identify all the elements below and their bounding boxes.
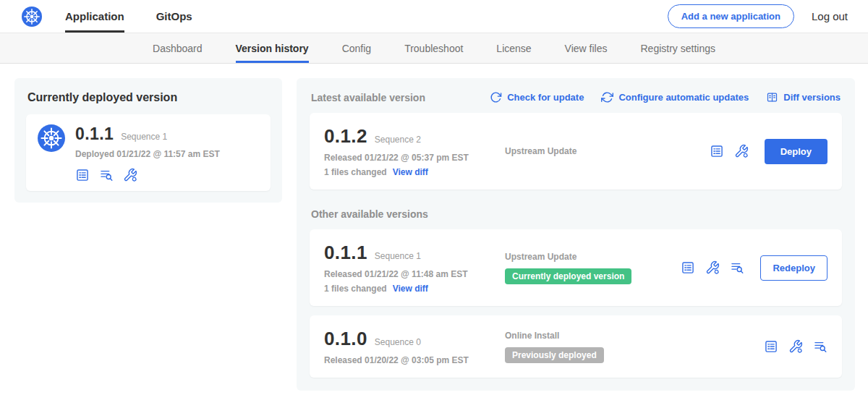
sequence-label: Sequence 0 [375,337,421,347]
source-label: Online Install [505,331,764,341]
deployed-version-number: 0.1.1 [75,124,114,144]
subnav-tab-registry-settings[interactable]: Registry settings [641,33,715,63]
version-actions: Deploy [710,139,827,164]
edit-config-icon[interactable] [705,260,720,275]
version-line: 0.1.1 Sequence 1 [324,242,505,264]
version-number: 0.1.0 [324,328,367,350]
files-changed-line: 1 files changed View diff [324,284,505,294]
version-info: 0.1.0 Sequence 0 Released 01/20/22 @ 03:… [324,328,505,365]
subnav-tab-troubleshoot[interactable]: Troubleshoot [404,33,463,63]
deployed-version-info: 0.1.1 Sequence 1 Deployed 01/21/22 @ 11:… [75,124,220,159]
deploy-button[interactable]: Deploy [765,139,827,164]
edit-config-icon[interactable] [734,144,749,158]
kubernetes-helm-icon [23,8,41,25]
view-files-icon[interactable] [730,260,744,275]
configure-automatic-updates-label: Configure automatic updates [618,92,749,103]
auto-update-icon [601,91,613,103]
other-versions-header: Other available versions [311,208,842,220]
released-timestamp: Released 01/21/22 @ 11:48 am EST [324,269,505,279]
currently-deployed-panel: Currently deployed version 0.1.1 Sequenc… [14,78,282,203]
edit-config-icon[interactable] [123,168,137,182]
topbar-actions: Add a new application Log out [668,4,848,28]
version-source: Online Install Previously deployed [505,331,764,363]
release-notes-icon[interactable] [710,144,724,158]
version-number: 0.1.2 [324,125,367,148]
add-application-button[interactable]: Add a new application [668,4,794,28]
versions-panel-actions: Check for update Configure automatic upd… [490,91,841,103]
sequence-label: Sequence 1 [375,251,421,261]
subnav-tab-config[interactable]: Config [342,33,371,63]
deployed-sequence-label: Sequence 1 [121,132,167,142]
diff-versions-label: Diff versions [783,92,841,103]
kubernetes-helm-icon [40,127,63,150]
version-info: 0.1.1 Sequence 1 Released 01/21/22 @ 11:… [324,242,505,294]
subnav-tab-dashboard[interactable]: Dashboard [153,33,203,63]
application-icon [38,124,65,152]
version-source: Upstream Update [505,146,710,156]
version-history-panel: Latest available version Check for updat… [297,78,855,391]
diff-versions-icon [766,91,778,103]
files-changed-label: 1 files changed [324,167,387,177]
version-row-latest: 0.1.2 Sequence 2 Released 01/21/22 @ 05:… [310,113,842,190]
version-row: 0.1.1 Sequence 1 Released 01/21/22 @ 11:… [310,229,842,306]
view-files-icon[interactable] [813,339,827,354]
released-timestamp: Released 01/21/22 @ 05:37 pm EST [324,153,505,163]
release-notes-icon[interactable] [75,168,90,182]
diff-versions-link[interactable]: Diff versions [766,91,841,103]
version-number: 0.1.1 [324,242,367,264]
configure-automatic-updates-link[interactable]: Configure automatic updates [601,91,749,103]
subnav-tab-version-history[interactable]: Version history [236,33,309,63]
edit-config-icon[interactable] [788,339,803,354]
subnav-tab-view-files[interactable]: View files [565,33,608,63]
release-notes-icon[interactable] [764,339,778,354]
deployed-version-card: 0.1.1 Sequence 1 Deployed 01/21/22 @ 11:… [26,114,271,191]
tab-gitops[interactable]: GitOps [156,0,192,33]
main-content: Currently deployed version 0.1.1 Sequenc… [0,64,868,391]
deployed-panel-title: Currently deployed version [27,91,271,104]
version-line: 0.1.2 Sequence 2 [324,125,505,148]
app-subnav: Dashboard Version history Config Trouble… [0,33,868,64]
deployed-version-actions [75,168,259,182]
version-source: Upstream Update Currently deployed versi… [505,252,681,284]
check-for-update-label: Check for update [507,92,584,103]
app-logo [22,7,42,27]
latest-version-header: Latest available version [311,92,425,103]
source-label: Upstream Update [505,252,681,262]
view-diff-link[interactable]: View diff [393,167,428,177]
files-changed-line: 1 files changed View diff [324,167,505,177]
version-row: 0.1.0 Sequence 0 Released 01/20/22 @ 03:… [310,315,842,378]
currently-deployed-badge: Currently deployed version [505,268,631,284]
top-navbar: Application GitOps Add a new application… [0,0,868,33]
refresh-icon [490,91,502,103]
deployed-timestamp: Deployed 01/21/22 @ 11:57 am EST [75,149,220,159]
logout-link[interactable]: Log out [812,10,848,22]
version-actions [764,339,827,354]
tab-application[interactable]: Application [65,0,124,33]
release-notes-icon[interactable] [681,260,695,275]
previously-deployed-badge: Previously deployed [505,347,604,363]
deployed-version-summary: 0.1.1 Sequence 1 Deployed 01/21/22 @ 11:… [38,124,259,159]
released-timestamp: Released 01/20/22 @ 03:05 pm EST [324,355,505,365]
view-files-icon[interactable] [99,168,114,182]
top-tabs: Application GitOps [65,0,192,33]
view-diff-link[interactable]: View diff [393,284,428,294]
check-for-update-link[interactable]: Check for update [490,91,584,103]
versions-panel-header: Latest available version Check for updat… [310,88,842,103]
redeploy-button[interactable]: Redeploy [760,255,827,281]
files-changed-label: 1 files changed [324,284,387,294]
sequence-label: Sequence 2 [375,135,421,145]
subnav-tab-license[interactable]: License [496,33,531,63]
version-actions: Redeploy [681,255,827,281]
version-info: 0.1.2 Sequence 2 Released 01/21/22 @ 05:… [324,125,505,177]
version-line: 0.1.0 Sequence 0 [324,328,505,350]
deployed-version-line: 0.1.1 Sequence 1 [75,124,220,144]
source-label: Upstream Update [505,146,710,156]
